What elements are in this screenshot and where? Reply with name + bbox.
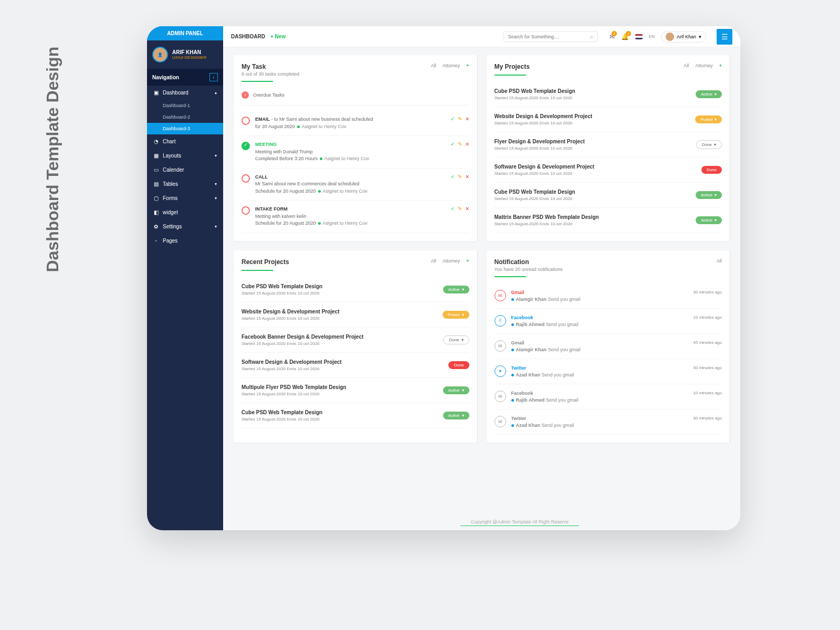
- status-badge[interactable]: Pused ▾: [443, 311, 469, 319]
- flag-icon[interactable]: [635, 34, 643, 39]
- sidebar-item-settings[interactable]: ✿Settings▾: [147, 219, 223, 234]
- hamburger-button[interactable]: ☰: [717, 29, 732, 45]
- main-area: DASHBOARD + New ⌕ ✉3 🔔2 EN Arif Khan ▾ ☰: [223, 26, 740, 530]
- sidebar-item-calender[interactable]: ▭Calender: [147, 163, 223, 177]
- user-menu[interactable]: Arif Khan ▾: [661, 31, 706, 43]
- project-row[interactable]: Multipule Flyer PSD Web Template DesignS…: [242, 378, 469, 403]
- nav-label: Calender: [163, 167, 184, 173]
- project-row[interactable]: Website Design & Development ProjectStar…: [242, 302, 469, 328]
- search-icon[interactable]: ⌕: [590, 34, 593, 39]
- sidebar-user[interactable]: 👤 ARIF KHAN UX/UI DESIGNER: [147, 40, 223, 69]
- edit-icon[interactable]: ✎: [458, 116, 462, 122]
- add-button[interactable]: +: [466, 63, 469, 68]
- sidebar-item-chart[interactable]: ◔Chart: [147, 134, 223, 149]
- bell-icon[interactable]: 🔔2: [621, 33, 629, 40]
- edit-icon[interactable]: ✎: [458, 206, 462, 212]
- sidebar-item-widget[interactable]: ◧widget: [147, 205, 223, 219]
- notification-row[interactable]: ✉FacebookRajib Ahmed Send you gmail10 mi…: [495, 384, 722, 410]
- status-badge[interactable]: Done ▾: [443, 335, 469, 344]
- language-label[interactable]: EN: [649, 34, 655, 39]
- tab-all[interactable]: All: [431, 258, 436, 264]
- nav-label: Pages: [163, 238, 177, 244]
- project-row[interactable]: Mattrix Banner PSD Web Template DesignSt…: [495, 208, 722, 233]
- add-button[interactable]: +: [466, 258, 469, 264]
- check-icon[interactable]: ✓: [450, 141, 455, 147]
- delete-icon[interactable]: ✕: [465, 174, 469, 180]
- sidebar-item-forms[interactable]: ▢Forms▾: [147, 191, 223, 205]
- notification-row[interactable]: ✉GmailAlamgir Khan Send you gmail45 minu…: [495, 334, 722, 359]
- status-badge[interactable]: Active ▾: [443, 412, 469, 419]
- sidebar-subitem[interactable]: Dashboard-3: [147, 123, 223, 134]
- notification-row[interactable]: fFacebookRajib Ahmed Send you gmail10 mi…: [495, 309, 722, 334]
- delete-icon[interactable]: ✕: [465, 206, 469, 212]
- nav-collapse-button[interactable]: ‹: [209, 73, 218, 81]
- notification-row[interactable]: ✦TwitterAzad Khan Send you gmail30 minut…: [495, 359, 722, 384]
- search-input[interactable]: [508, 34, 590, 39]
- nav-label: Layouts: [163, 153, 181, 159]
- project-title: Cube PSD Web Template Design: [242, 410, 322, 415]
- status-badge[interactable]: Active ▾: [696, 216, 722, 224]
- status-badge[interactable]: Active ▾: [443, 386, 469, 394]
- project-row[interactable]: Website Design & Development ProjectStar…: [495, 107, 722, 132]
- task-row[interactable]: EMAIL - to Mr Sami about new business de…: [242, 111, 469, 136]
- status-badge[interactable]: Done ▾: [696, 140, 722, 149]
- project-row[interactable]: Facebook Banner Design & Development Pro…: [242, 328, 469, 353]
- tab-attorney[interactable]: Attorney: [443, 258, 460, 264]
- delete-icon[interactable]: ✕: [465, 116, 469, 122]
- footer: Copyright @Admin Template All Right Rese…: [299, 519, 740, 526]
- tab-all[interactable]: All: [684, 63, 689, 68]
- status-badge[interactable]: Active ▾: [696, 191, 722, 199]
- task-status-icon[interactable]: [242, 206, 250, 215]
- edit-icon[interactable]: ✎: [458, 174, 462, 180]
- mail-badge: 3: [612, 31, 617, 36]
- tab-all[interactable]: All: [431, 63, 436, 68]
- task-title: CALL: [255, 174, 268, 180]
- check-icon[interactable]: ✓: [450, 206, 455, 212]
- tab-attorney[interactable]: Attorney: [695, 63, 713, 68]
- status-badge[interactable]: Pused ▾: [695, 116, 722, 123]
- tab-attorney[interactable]: Attorney: [443, 63, 460, 68]
- status-badge[interactable]: Done: [701, 166, 722, 174]
- task-status-icon[interactable]: [242, 142, 250, 150]
- sidebar-item-dashboard[interactable]: ▣Dashboard▴: [147, 86, 223, 100]
- task-row[interactable]: CALLMr Sami about new E-commerces deal s…: [242, 169, 469, 201]
- project-row[interactable]: Cube PSD Web Template DesignStarted 15 A…: [242, 403, 469, 428]
- task-status-icon[interactable]: [242, 117, 250, 125]
- task-assigned: Asignet to Henry Cov: [324, 156, 369, 161]
- search-box[interactable]: ⌕: [503, 31, 598, 42]
- avatar-icon: [666, 33, 674, 41]
- sidebar-item-pages[interactable]: ▫Pages: [147, 234, 223, 248]
- sidebar-subitem[interactable]: Dashboard-2: [147, 111, 223, 123]
- card-title: Notification: [495, 258, 563, 266]
- notification-source: Twitter: [511, 365, 688, 371]
- status-text: Active: [701, 92, 712, 97]
- check-icon[interactable]: ✓: [450, 174, 455, 180]
- project-row[interactable]: Software Design & Development ProjectSta…: [495, 158, 722, 183]
- delete-icon[interactable]: ✕: [465, 141, 469, 147]
- status-dot-icon: [297, 125, 300, 128]
- tab-all[interactable]: All: [717, 258, 722, 264]
- project-row[interactable]: Flyer Design & Development ProjectStarte…: [495, 132, 722, 158]
- notification-row[interactable]: ✉GmailAlamgir Khan Send you gmail30 minu…: [495, 284, 722, 309]
- task-status-icon[interactable]: [242, 174, 250, 183]
- check-icon[interactable]: ✓: [450, 116, 455, 122]
- notification-row[interactable]: ✉TwitterAzad Khan Send you gmail30 minut…: [495, 410, 722, 435]
- add-button[interactable]: +: [719, 63, 722, 68]
- mail-icon[interactable]: ✉3: [610, 33, 615, 40]
- sidebar-item-tables[interactable]: ▤Tables▾: [147, 177, 223, 191]
- sidebar-subitem[interactable]: Dashboard-1: [147, 100, 223, 111]
- new-button[interactable]: + New: [270, 34, 286, 39]
- project-dates: Started 15 August-2020 Ends 10 oct 2020: [495, 222, 599, 226]
- card-subtitle: 6 out of 30 tasks completed: [242, 71, 299, 77]
- project-row[interactable]: Cube PSD Web Template DesignStarted 15 A…: [242, 277, 469, 302]
- status-badge[interactable]: Done: [448, 361, 469, 369]
- task-row[interactable]: MEETINGMeeting with Donald TrumpComplete…: [242, 136, 469, 169]
- task-row[interactable]: INTAKE FORMMetting with kalven kelinSche…: [242, 201, 469, 233]
- project-row[interactable]: Cube PSD Web Template DesignStarted 15 A…: [495, 82, 722, 107]
- status-badge[interactable]: Active ▾: [696, 90, 722, 98]
- project-row[interactable]: Cube PSD Web Template DesignStarted 15 A…: [495, 183, 722, 208]
- sidebar-item-layouts[interactable]: ▦Layouts▾: [147, 149, 223, 163]
- edit-icon[interactable]: ✎: [458, 141, 462, 147]
- project-row[interactable]: Software Design & Development ProjectSta…: [242, 353, 469, 378]
- status-badge[interactable]: Active ▾: [443, 286, 469, 293]
